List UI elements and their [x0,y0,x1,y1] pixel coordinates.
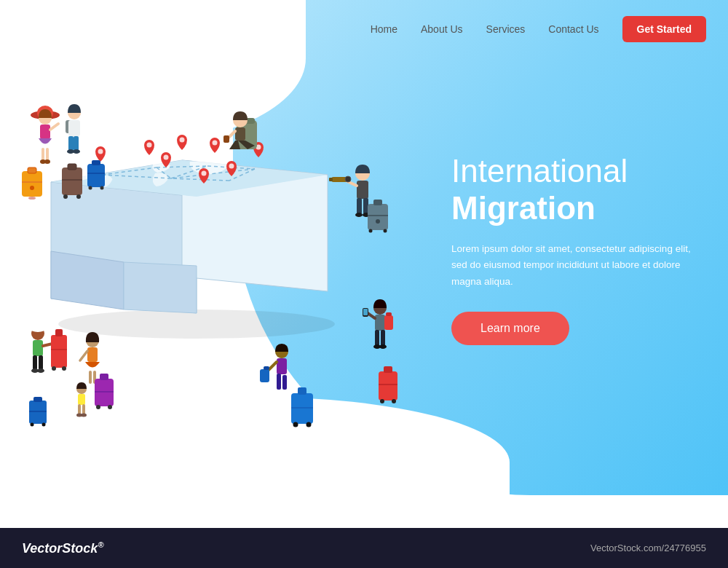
svg-rect-40 [22,171,42,197]
svg-rect-28 [41,148,44,161]
svg-rect-93 [89,371,92,384]
svg-rect-118 [264,366,269,370]
svg-line-132 [368,313,375,318]
svg-rect-126 [384,315,393,330]
svg-point-17 [147,143,152,148]
svg-rect-108 [33,397,42,402]
navigation: Home About Us Services Contact Us Get St… [218,0,728,58]
svg-rect-64 [363,198,368,214]
svg-point-90 [62,366,66,371]
svg-point-84 [37,368,44,373]
svg-rect-136 [384,366,392,373]
svg-rect-45 [62,167,82,195]
svg-point-123 [306,422,312,427]
svg-point-106 [81,414,87,417]
svg-line-116 [268,362,277,371]
svg-point-65 [355,213,363,217]
svg-rect-58 [235,127,245,141]
svg-point-49 [76,194,81,199]
svg-rect-36 [68,136,74,151]
svg-rect-62 [357,181,368,199]
svg-rect-37 [74,136,79,151]
char-topleft-group [18,95,127,226]
svg-point-99 [96,405,100,409]
hero-description: Lorem ipsum dolor sit amet, consectetur … [451,241,699,290]
nav-services[interactable]: Services [486,23,526,35]
svg-point-131 [379,344,387,349]
svg-point-70 [345,176,351,182]
char-bottom-right [349,291,430,437]
svg-point-31 [44,159,50,164]
svg-rect-114 [277,374,281,390]
get-started-button[interactable]: Get Started [622,16,706,42]
char-bottom-left [22,313,153,459]
svg-rect-27 [40,125,50,139]
svg-rect-51 [92,160,100,165]
char-right [328,157,400,273]
svg-point-21 [164,155,169,160]
svg-point-89 [52,366,56,371]
svg-rect-113 [277,358,287,374]
svg-point-23 [202,171,207,176]
svg-point-48 [63,194,68,199]
learn-more-button[interactable]: Learn more [451,312,569,345]
svg-rect-104 [82,404,85,414]
svg-rect-127 [386,312,392,316]
svg-point-18 [180,138,185,143]
svg-rect-87 [55,329,63,336]
svg-rect-69 [329,178,333,181]
nav-contact[interactable]: Contact Us [548,23,598,35]
svg-rect-35 [68,120,80,136]
char-top-center [211,102,284,189]
svg-rect-50 [87,164,105,187]
hero-text-section: International Migration Lorem ipsum dolo… [451,153,699,345]
svg-point-43 [30,186,34,190]
svg-rect-79 [31,326,44,330]
svg-rect-82 [39,355,43,370]
svg-rect-81 [33,355,37,370]
svg-point-138 [380,399,384,403]
nav-about[interactable]: About Us [421,23,463,35]
svg-rect-103 [78,404,81,414]
svg-point-54 [100,186,104,190]
svg-point-139 [392,399,396,403]
hero-title: International Migration [451,153,699,226]
svg-rect-97 [100,374,108,380]
svg-point-111 [42,423,46,427]
svg-point-100 [108,405,112,409]
page: Home About Us Services Contact Us Get St… [0,0,728,568]
svg-rect-29 [46,148,49,161]
svg-point-122 [293,422,298,427]
svg-rect-128 [375,330,379,346]
svg-rect-129 [381,330,385,346]
svg-point-53 [89,186,92,190]
svg-rect-125 [375,315,385,331]
footer-brand: VectorStock® [22,540,103,556]
svg-point-75 [369,229,373,233]
svg-rect-134 [363,309,368,315]
svg-rect-92 [87,347,98,362]
svg-marker-5 [124,262,197,313]
footer-url: VectorStock.com/24776955 [590,543,706,553]
svg-rect-41 [28,167,36,173]
svg-point-74 [376,219,380,224]
char-bottom-center [240,335,335,466]
svg-rect-135 [379,371,397,401]
svg-point-110 [31,423,34,427]
svg-rect-71 [368,204,388,230]
svg-point-76 [384,229,387,233]
svg-rect-117 [260,369,269,382]
svg-rect-102 [78,394,85,405]
svg-rect-120 [298,387,306,395]
footer-brand-name: VectorStock® [22,541,103,556]
svg-rect-63 [357,198,362,214]
hero-title-light: International [451,153,628,189]
nav-home[interactable]: Home [371,23,397,35]
svg-line-32 [50,124,58,130]
svg-point-44 [28,197,36,200]
svg-line-95 [80,351,87,360]
svg-rect-46 [68,164,76,170]
svg-rect-107 [29,401,47,424]
svg-rect-80 [33,340,43,356]
svg-rect-115 [282,375,287,390]
